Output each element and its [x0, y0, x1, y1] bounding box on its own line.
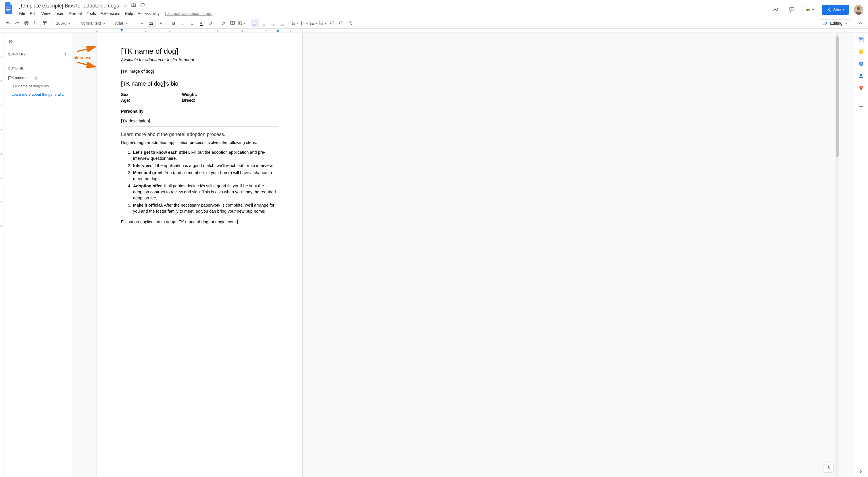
insert-comment-button[interactable] [228, 19, 237, 27]
menu-view[interactable]: View [39, 10, 52, 17]
outline-panel: SUMMARY + OUTLINE [TK name of dog] [TK n… [3, 33, 72, 477]
activity-icon[interactable] [770, 4, 781, 15]
editing-mode-button[interactable]: Editing ▼ [819, 19, 851, 27]
outline-close-button[interactable] [8, 38, 67, 46]
move-icon[interactable] [131, 2, 136, 9]
tasks-icon[interactable] [858, 61, 864, 67]
svg-point-67 [860, 51, 862, 52]
doc-steps-list[interactable]: Let's get to know each other. Fill out t… [121, 150, 278, 214]
doc-image-placeholder[interactable]: [TK image of dog] [121, 69, 278, 73]
annotation-label: Examples of placeholder text [72, 56, 92, 60]
doc-heading-1[interactable]: [TK name of dog] [121, 47, 278, 56]
outline-item[interactable]: [TK name of dog] [8, 73, 67, 82]
menu-help[interactable]: Help [123, 10, 135, 17]
doc-heading-2[interactable]: [TK name of dog]'s bio [121, 81, 278, 87]
undo-button[interactable] [4, 19, 12, 27]
insert-link-button[interactable] [219, 19, 227, 27]
outline-item[interactable]: Learn more about the general … [8, 90, 67, 99]
menu-extensions[interactable]: Extensions [99, 10, 122, 17]
explore-button[interactable] [824, 463, 834, 472]
comments-icon[interactable] [786, 4, 798, 15]
font-size-input[interactable] [147, 21, 155, 26]
clear-format-button[interactable] [346, 19, 354, 27]
redo-button[interactable] [13, 19, 21, 27]
align-center-button[interactable] [260, 19, 268, 27]
side-divider [858, 97, 865, 97]
paint-format-button[interactable] [41, 19, 49, 27]
zoom-select[interactable]: 100%▼ [54, 20, 73, 26]
align-justify-button[interactable] [278, 19, 286, 27]
doc-heading-3[interactable]: Learn more about the general adoption pr… [121, 132, 278, 137]
numbered-list-button[interactable]: 123▼ [319, 19, 327, 27]
scrollbar-thumb[interactable] [836, 36, 839, 157]
font-select[interactable]: Arial▼ [113, 20, 133, 26]
document-title[interactable]: [Template example] Bios for adoptable do… [17, 2, 121, 9]
svg-point-40 [310, 23, 311, 24]
contacts-icon[interactable] [858, 73, 864, 79]
list-item: Interview. If the application is a good … [132, 163, 278, 169]
doc-personality-label[interactable]: Personality [121, 109, 278, 114]
menu-tools[interactable]: Tools [85, 10, 98, 17]
line-spacing-button[interactable]: ▼ [291, 19, 299, 27]
calendar-icon[interactable]: 31 [858, 37, 864, 42]
menu-insert[interactable]: Insert [53, 10, 67, 17]
svg-text:3: 3 [319, 24, 320, 26]
underline-button[interactable]: U [188, 19, 196, 27]
meet-button[interactable]: ▼ [802, 5, 817, 15]
doc-footer-line[interactable]: Fill out an application to adopt [TK nam… [121, 220, 278, 224]
font-size-increase[interactable]: + [157, 19, 165, 27]
svg-line-63 [77, 62, 96, 67]
menu-accessibility[interactable]: Accessibility [136, 10, 161, 17]
horizontal-ruler[interactable]: 1 2 3 4 5 6 7 7 [0, 29, 868, 33]
indent-decrease-button[interactable] [328, 19, 336, 27]
last-edit-link[interactable]: Last edit was seconds ago [165, 11, 212, 16]
svg-rect-37 [301, 24, 302, 25]
menu-format[interactable]: Format [67, 10, 84, 17]
chevron-down-icon: ▼ [125, 22, 128, 25]
outline-item[interactable]: [TK name of dog]'s bio [8, 82, 67, 90]
text-color-button[interactable]: A [197, 19, 205, 27]
menu-edit[interactable]: Edit [28, 10, 39, 17]
pencil-icon [823, 21, 828, 26]
cloud-status-icon[interactable] [140, 2, 146, 9]
collapse-toolbar-button[interactable] [857, 19, 865, 27]
keep-icon[interactable] [858, 49, 864, 55]
get-addons-button[interactable] [858, 104, 864, 109]
docs-logo[interactable] [3, 2, 14, 14]
document-canvas[interactable]: Examples of placeholder text [TK name of… [72, 33, 854, 477]
account-avatar[interactable] [854, 5, 863, 15]
styles-select[interactable]: Normal text▼ [78, 20, 108, 26]
spellcheck-button[interactable] [32, 19, 40, 27]
page[interactable]: Examples of placeholder text [TK name of… [97, 33, 303, 477]
vertical-ruler[interactable]: 1 2 3 4 5 6 7 8 [0, 33, 3, 477]
doc-intro[interactable]: Dogier's regular adoption application pr… [121, 140, 278, 145]
doc-subtitle[interactable]: Available for adoption or foster-to-adop… [121, 58, 278, 62]
outline-label: OUTLINE [8, 67, 67, 70]
doc-divider [121, 126, 278, 126]
menu-file[interactable]: File [17, 10, 27, 17]
list-item: Meet and greet. You (and all members of … [132, 170, 278, 182]
indent-increase-button[interactable] [337, 19, 345, 27]
align-right-button[interactable] [269, 19, 277, 27]
doc-tk-description[interactable]: [TK description] [121, 119, 278, 123]
checklist-button[interactable]: ▼ [300, 19, 308, 27]
insert-image-button[interactable]: ▼ [238, 19, 246, 27]
doc-properties[interactable]: Sex:Age: Weight:Breed: [121, 92, 278, 103]
hide-side-panel-button[interactable] [858, 469, 863, 475]
share-button[interactable]: Share [822, 5, 849, 15]
list-item: Adoption offer. If all parties decide it… [132, 183, 278, 201]
print-button[interactable] [23, 19, 30, 27]
toolbar: 100%▼ Normal text▼ Arial▼ − + B I U A ▼ … [0, 18, 868, 29]
ruler-right-indent-marker[interactable] [277, 29, 279, 33]
align-left-button[interactable] [251, 19, 259, 27]
summary-label: SUMMARY [8, 53, 26, 56]
font-size-decrease[interactable]: − [138, 19, 146, 27]
ruler-left-indent-marker[interactable] [120, 29, 123, 33]
highlight-button[interactable] [206, 19, 214, 27]
add-summary-button[interactable]: + [64, 51, 67, 57]
maps-icon[interactable] [858, 85, 864, 91]
bulleted-list-button[interactable]: ▼ [310, 19, 318, 27]
italic-button[interactable]: I [179, 19, 187, 27]
bold-button[interactable]: B [169, 19, 178, 27]
star-icon[interactable]: ☆ [123, 2, 128, 9]
